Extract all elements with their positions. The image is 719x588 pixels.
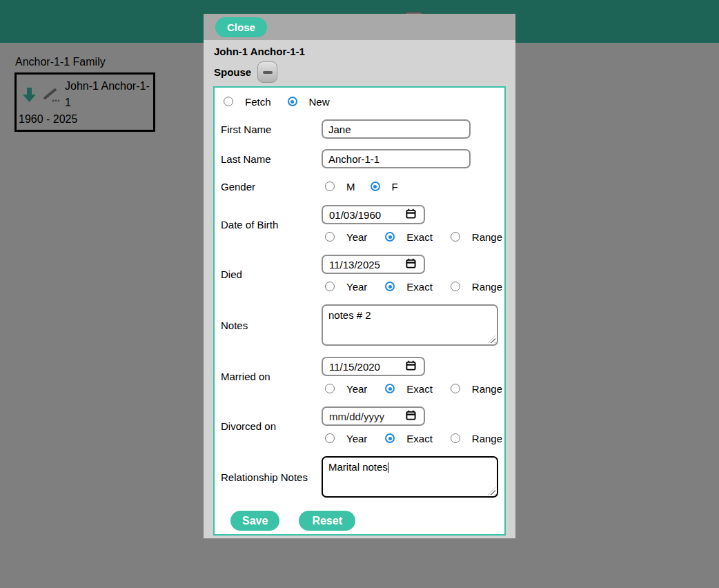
calendar-icon[interactable] xyxy=(406,258,416,271)
modal-person-title: John-1 Anchor-1-1 xyxy=(214,46,515,57)
new-radio-label: New xyxy=(309,96,330,108)
spouse-modal: Close John-1 Anchor-1-1 Spouse Fetch New… xyxy=(204,14,515,538)
died-exact-radio[interactable] xyxy=(385,282,395,291)
died-range-radio[interactable] xyxy=(451,282,460,291)
gender-female-radio[interactable] xyxy=(371,182,380,191)
dob-precision-group: Year Exact Range xyxy=(325,230,502,244)
died-year-label: Year xyxy=(346,281,367,293)
new-radio[interactable] xyxy=(288,97,297,106)
died-label: Died xyxy=(221,255,322,293)
married-on-date-input[interactable]: 11/15/2020 xyxy=(322,357,425,376)
calendar-icon[interactable] xyxy=(406,360,416,373)
divorced-on-date-input[interactable]: mm/dd/yyyy xyxy=(322,406,425,426)
calendar-icon[interactable] xyxy=(406,410,416,423)
divorced-on-label: Divorced on xyxy=(221,406,322,445)
gender-female-label: F xyxy=(392,181,398,193)
divorced-exact-radio[interactable] xyxy=(385,433,395,443)
first-name-label: First Name xyxy=(221,119,322,139)
gender-male-radio[interactable] xyxy=(325,182,335,191)
modal-topbar: Close xyxy=(204,14,515,40)
relationship-notes-textarea[interactable]: Marital notes xyxy=(322,456,498,498)
married-range-label: Range xyxy=(472,383,502,395)
married-year-radio[interactable] xyxy=(325,384,335,393)
died-range-label: Range xyxy=(472,281,502,293)
fetch-radio-label: Fetch xyxy=(245,96,271,108)
calendar-icon[interactable] xyxy=(406,208,416,222)
reset-button[interactable]: Reset xyxy=(299,511,355,531)
spouse-section-label: Spouse xyxy=(214,66,251,78)
resize-handle-icon[interactable] xyxy=(488,487,495,495)
text-caret xyxy=(388,462,388,473)
died-precision-group: Year Exact Range xyxy=(325,280,502,293)
resize-handle-icon[interactable] xyxy=(488,335,495,343)
last-name-input[interactable]: Anchor-1-1 xyxy=(322,149,471,168)
gender-label: Gender xyxy=(221,179,322,193)
married-exact-label: Exact xyxy=(406,383,433,395)
mode-radio-group: Fetch New xyxy=(224,95,498,108)
date-of-birth-label: Date of Birth xyxy=(221,205,322,244)
divorced-year-radio[interactable] xyxy=(325,433,335,443)
divorced-year-label: Year xyxy=(346,433,367,444)
last-name-label: Last Name xyxy=(221,149,322,168)
married-year-label: Year xyxy=(346,383,367,395)
close-button[interactable]: Close xyxy=(215,17,267,37)
dob-range-radio[interactable] xyxy=(451,232,460,242)
divorced-range-radio[interactable] xyxy=(451,433,460,443)
gender-male-label: M xyxy=(346,181,355,193)
divorced-precision-group: Year Exact Range xyxy=(325,431,502,445)
died-exact-label: Exact xyxy=(406,281,433,293)
died-date-input[interactable]: 11/13/2025 xyxy=(322,255,425,274)
married-range-radio[interactable] xyxy=(451,384,460,393)
date-placeholder: mm/dd/yyyy xyxy=(329,411,384,422)
married-on-label: Married on xyxy=(221,357,322,395)
married-precision-group: Year Exact Range xyxy=(325,382,502,395)
divorced-exact-label: Exact xyxy=(406,433,433,444)
died-year-radio[interactable] xyxy=(325,282,335,291)
dob-range-label: Range xyxy=(472,231,502,243)
relationship-notes-label: Relationship Notes xyxy=(221,456,322,498)
spouse-form: Fetch New First Name Jane Last Name Anch… xyxy=(213,86,506,536)
save-button[interactable]: Save xyxy=(230,511,279,531)
gender-radio-group: M F xyxy=(325,179,416,193)
dob-exact-radio[interactable] xyxy=(385,232,395,242)
divorced-range-label: Range xyxy=(472,433,502,444)
notes-textarea[interactable]: notes # 2 xyxy=(322,304,498,346)
first-name-input[interactable]: Jane xyxy=(322,119,471,139)
married-exact-radio[interactable] xyxy=(385,384,395,393)
dob-exact-label: Exact xyxy=(406,231,433,243)
fetch-radio[interactable] xyxy=(224,97,233,106)
collapse-minus-button[interactable] xyxy=(257,61,277,83)
modal-headings: John-1 Anchor-1-1 Spouse xyxy=(204,40,515,84)
date-of-birth-input[interactable]: 01/03/1960 xyxy=(322,205,425,224)
minus-icon xyxy=(263,71,273,74)
dob-year-label: Year xyxy=(346,231,367,243)
dob-year-radio[interactable] xyxy=(325,232,335,242)
notes-label: Notes xyxy=(221,304,322,346)
